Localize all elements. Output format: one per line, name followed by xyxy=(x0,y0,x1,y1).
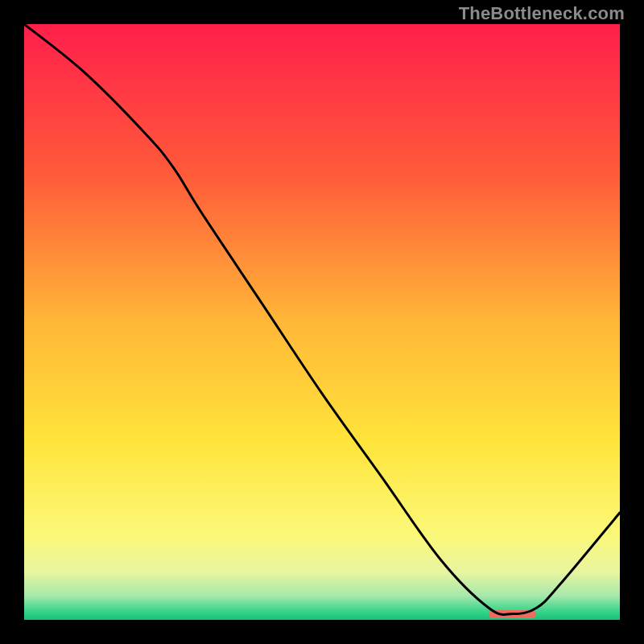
chart-frame: TheBottleneck.com xyxy=(0,0,644,644)
plot-area xyxy=(24,24,620,620)
bottleneck-curve xyxy=(24,24,620,620)
watermark-text: TheBottleneck.com xyxy=(459,3,625,24)
curve-path xyxy=(24,24,620,614)
